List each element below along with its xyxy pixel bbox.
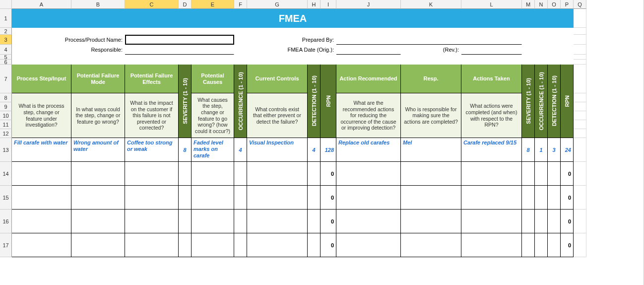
cell-r13-det2[interactable]: 3 (548, 138, 561, 162)
cell-r13-sev[interactable]: 8 (179, 138, 192, 162)
col-header-P[interactable]: P (561, 0, 574, 9)
row-header-3[interactable]: 3 (0, 35, 12, 45)
cell-r17-sev2[interactable] (522, 233, 535, 257)
cell-r17-occ[interactable] (234, 233, 247, 257)
cell-r15-sev2[interactable] (522, 186, 535, 210)
cell-r17-rpn[interactable]: 0 (321, 233, 336, 257)
cell-r13-rpn2[interactable]: 24 (561, 138, 574, 162)
cell-r15-occ2[interactable] (535, 186, 548, 210)
row-header-6[interactable]: 6 (0, 60, 12, 65)
cell-r14-effects[interactable] (125, 162, 179, 186)
cell-r13-causes[interactable]: Faded level marks on carafe (192, 138, 234, 162)
cell-r16-effects[interactable] (125, 210, 179, 233)
cell-Q9[interactable] (574, 102, 586, 111)
cell-r15-taken[interactable] (461, 186, 522, 210)
cell-r17-action[interactable] (336, 233, 401, 257)
cell-Q5[interactable] (574, 55, 586, 60)
cell-Q4[interactable] (574, 45, 586, 55)
cell-r14-controls[interactable] (247, 162, 308, 186)
col-header-N[interactable]: N (535, 0, 548, 9)
cell-r16-process[interactable] (12, 210, 71, 233)
cell-r17-process[interactable] (12, 233, 71, 257)
cell-r17-det[interactable] (308, 233, 321, 257)
row-header-1[interactable]: 1 (0, 9, 12, 28)
cell-r16-rpn[interactable]: 0 (321, 210, 336, 233)
cell-r17-controls[interactable] (247, 233, 308, 257)
col-header-Q[interactable]: Q (574, 0, 586, 9)
cell-Q7[interactable] (574, 65, 586, 93)
cell-r16-mode[interactable] (71, 210, 125, 233)
cell-r17-det2[interactable] (548, 233, 561, 257)
cell-r13-sev2[interactable]: 8 (522, 138, 535, 162)
cell-r16-occ2[interactable] (535, 210, 548, 233)
cell-r15-rpn2[interactable]: 0 (561, 186, 574, 210)
cell-r16-resp[interactable] (401, 210, 461, 233)
cell-r16-sev2[interactable] (522, 210, 535, 233)
col-header-D[interactable]: D (179, 0, 192, 9)
cell-r17-occ2[interactable] (535, 233, 548, 257)
cell-r17-sev[interactable] (179, 233, 192, 257)
row-header-15[interactable]: 15 (0, 186, 12, 210)
cell-r15-det[interactable] (308, 186, 321, 210)
row-header-16[interactable]: 16 (0, 210, 12, 233)
row-header-12[interactable]: 12 (0, 129, 12, 138)
cell-r14-resp[interactable] (401, 162, 461, 186)
cell-r17-taken[interactable] (461, 233, 522, 257)
col-header-J[interactable]: J (336, 0, 401, 9)
cell-Q15[interactable] (574, 186, 586, 210)
col-header-A[interactable]: A (12, 0, 71, 9)
row-header-9[interactable]: 9 (0, 102, 12, 111)
cell-Q10[interactable] (574, 111, 586, 120)
col-header-M[interactable]: M (522, 0, 535, 9)
select-all-corner[interactable] (0, 0, 12, 9)
row-header-10[interactable]: 10 (0, 111, 12, 120)
cell-r13-controls[interactable]: Visual Inspection (247, 138, 308, 162)
cell-r14-rpn[interactable]: 0 (321, 162, 336, 186)
cell-r16-det2[interactable] (548, 210, 561, 233)
cell-Q1[interactable] (574, 9, 586, 28)
prepared-by-input[interactable] (336, 35, 522, 45)
cell-r16-taken[interactable] (461, 210, 522, 233)
cell-r14-det[interactable] (308, 162, 321, 186)
fmea-date-input[interactable] (336, 45, 401, 55)
col-header-H[interactable]: H (308, 0, 321, 9)
cell-r13-occ2[interactable]: 1 (535, 138, 548, 162)
row-header-8[interactable]: 8 (0, 93, 12, 102)
cell-Q13[interactable] (574, 138, 586, 162)
cell-r15-effects[interactable] (125, 186, 179, 210)
cell-r14-sev2[interactable] (522, 162, 535, 186)
cell-r15-action[interactable] (336, 186, 401, 210)
cell-r17-causes[interactable] (192, 233, 234, 257)
row-header-17[interactable]: 17 (0, 233, 12, 257)
cell-r13-resp[interactable]: Mel (401, 138, 461, 162)
cell-r15-sev[interactable] (179, 186, 192, 210)
cell-r14-det2[interactable] (548, 162, 561, 186)
cell-r14-action[interactable] (336, 162, 401, 186)
responsible-input[interactable] (125, 45, 234, 55)
cell-r14-mode[interactable] (71, 162, 125, 186)
cell-Q12[interactable] (574, 129, 586, 138)
col-header-E[interactable]: E (192, 0, 234, 9)
cell-r14-rpn2[interactable]: 0 (561, 162, 574, 186)
col-header-G[interactable]: G (247, 0, 308, 9)
rev-input[interactable] (461, 45, 522, 55)
cell-Q6[interactable] (574, 60, 586, 65)
cell-r16-rpn2[interactable]: 0 (561, 210, 574, 233)
cell-r14-process[interactable] (12, 162, 71, 186)
col-header-L[interactable]: L (461, 0, 522, 9)
col-header-I[interactable]: I (321, 0, 336, 9)
col-header-C[interactable]: C (125, 0, 179, 9)
cell-r15-process[interactable] (12, 186, 71, 210)
cell-Q16[interactable] (574, 210, 586, 233)
cell-Q17[interactable] (574, 233, 586, 257)
cell-Q8[interactable] (574, 93, 586, 102)
cell-r16-sev[interactable] (179, 210, 192, 233)
cell-r15-mode[interactable] (71, 186, 125, 210)
cell-r14-occ2[interactable] (535, 162, 548, 186)
cell-r13-action[interactable]: Replace old carafes (336, 138, 401, 162)
cell-r13-occ[interactable]: 4 (234, 138, 247, 162)
cell-r13-process[interactable]: Fill carafe with water (12, 138, 71, 162)
cell-r17-mode[interactable] (71, 233, 125, 257)
cell-r15-causes[interactable] (192, 186, 234, 210)
row-header-13[interactable]: 13 (0, 138, 12, 162)
